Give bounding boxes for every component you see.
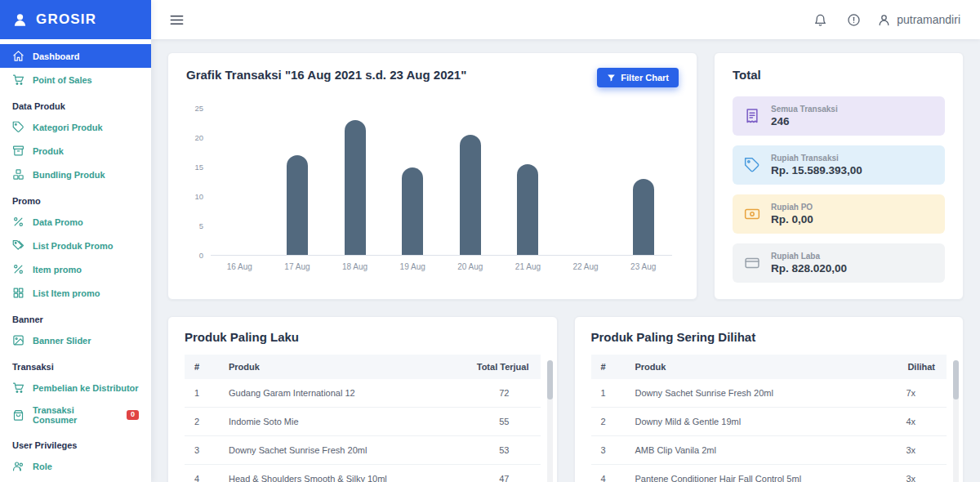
filter-icon	[607, 74, 616, 83]
scrollbar[interactable]	[953, 360, 959, 482]
sidebar-section-promo: Promo	[0, 186, 151, 210]
sidebar-section-data-produk: Data Produk	[0, 91, 151, 115]
bottom-row: Produk Paling Laku #ProdukTotal Terjual1…	[167, 316, 964, 482]
scrollbar[interactable]	[547, 360, 553, 482]
column-header: #	[591, 355, 626, 379]
stat-semua-transaksi: Semua Transaksi246	[733, 96, 945, 136]
chart-bar	[633, 179, 654, 255]
x-axis-label: 19 Aug	[384, 262, 442, 271]
top-products-table: #ProdukTotal Terjual1Gudang Garam Intern…	[185, 355, 541, 482]
table-cell: Downy Sachet Sunrise Fresh 20ml	[626, 379, 879, 408]
sidebar-item-label: List Item promo	[33, 288, 100, 298]
filter-chart-label: Filter Chart	[621, 73, 669, 83]
sidebar-item-hak-akses-menu[interactable]: Hak Akses Menu	[0, 478, 151, 482]
sidebar-section-banner: Banner	[0, 305, 151, 328]
user-menu[interactable]: putramandiri	[877, 13, 960, 27]
chart-bar	[517, 164, 538, 255]
sidebar-item-produk[interactable]: Produk	[0, 139, 151, 163]
table-cell: Pantene Conditioner Hair Fall Control 5m…	[626, 465, 879, 482]
sidebar-item-dashboard[interactable]: Dashboard	[0, 44, 151, 68]
receipt-icon	[744, 108, 760, 124]
sidebar-item-banner-slider[interactable]: Banner Slider	[0, 328, 151, 352]
table-cell: 4	[185, 465, 219, 482]
top-products-card: Produk Paling Laku #ProdukTotal Terjual1…	[167, 316, 558, 482]
most-viewed-table: #ProdukDilihat1Downy Sachet Sunrise Fres…	[591, 355, 947, 482]
table-cell: 1	[185, 379, 219, 408]
chart-bar-group: 20 Aug	[442, 109, 500, 255]
filter-chart-button[interactable]: Filter Chart	[597, 68, 679, 87]
chart-bar	[460, 135, 481, 255]
cart-icon	[12, 382, 24, 394]
menu-toggle-button[interactable]	[166, 9, 188, 31]
stat-value: 246	[771, 115, 838, 127]
sidebar-item-list-item-promo[interactable]: List Item promo	[0, 281, 151, 305]
home-icon	[12, 50, 24, 62]
sidebar-item-data-promo[interactable]: Data Promo	[0, 210, 151, 234]
table-cell: 3	[591, 436, 626, 465]
stat-label: Semua Transaksi	[771, 105, 838, 114]
user-icon	[877, 13, 891, 27]
sidebar-item-label: Point of Sales	[33, 75, 92, 85]
stat-rupiah-transaksi: Rupiah TransaksiRp. 15.589.393,00	[733, 145, 945, 185]
scrollbar-thumb[interactable]	[547, 360, 553, 399]
table-cell: 7x	[878, 379, 947, 408]
table-row: 1Downy Sachet Sunrise Fresh 20ml7x	[591, 379, 947, 408]
user-icon-wrap	[877, 13, 891, 27]
table-cell: 4x	[878, 408, 947, 436]
sidebar-item-label: Transaksi Consumer	[33, 405, 118, 425]
column-header: Produk	[219, 355, 447, 379]
sidebar-section-transaksi: Transaksi	[0, 352, 151, 376]
sidebar-item-bundling-produk[interactable]: Bundling Produk	[0, 163, 151, 186]
x-axis-label: 17 Aug	[269, 262, 327, 271]
tag-icon	[744, 157, 760, 173]
table-cell: 55	[447, 408, 541, 436]
filter-icon-wrap	[607, 74, 616, 83]
chart-y-axis: 0510152025	[186, 109, 211, 256]
x-axis-label: 22 Aug	[557, 262, 615, 271]
sidebar-item-label: Bundling Produk	[33, 170, 105, 180]
table-cell: Downy Sachet Sunrise Fresh 20ml	[219, 436, 447, 465]
chart-bar-group: 21 Aug	[499, 109, 557, 255]
table-row: 1Gudang Garam International 1272	[185, 379, 541, 408]
table-row: 3AMB Clip Vanila 2ml3x	[591, 436, 947, 465]
cart-icon	[12, 74, 24, 86]
x-axis-label: 20 Aug	[442, 262, 500, 271]
sidebar-item-role[interactable]: Role	[0, 454, 151, 478]
most-viewed-title: Produk Paling Sering Dilihat	[591, 330, 947, 344]
notification-badge: 0	[127, 410, 139, 420]
users-icon	[12, 460, 24, 472]
stat-label: Rupiah Laba	[771, 252, 847, 261]
sidebar-item-label: Banner Slider	[33, 336, 91, 346]
sidebar-item-label: Role	[33, 462, 52, 471]
chart-bar-group: 16 Aug	[211, 109, 269, 255]
sidebar-item-label: Pembelian ke Distributor	[33, 383, 139, 393]
sidebar-item-item-promo[interactable]: Item promo	[0, 257, 151, 281]
stat-rupiah-po: Rupiah PORp. 0,00	[733, 194, 945, 234]
sidebar-item-transaksi-consumer[interactable]: Transaksi Consumer0	[0, 399, 151, 431]
cash-icon	[744, 206, 760, 222]
alerts-button[interactable]	[844, 10, 864, 30]
chart-title: Grafik Transaksi "16 Aug 2021 s.d. 23 Au…	[186, 68, 466, 82]
table-cell: 3x	[878, 465, 947, 482]
sidebar-item-point-of-sales[interactable]: Point of Sales	[0, 68, 151, 91]
brand-user-icon-wrap	[12, 12, 28, 28]
scrollbar-thumb[interactable]	[953, 360, 959, 399]
sidebar-item-list-produk-promo[interactable]: List Produk Promo	[0, 234, 151, 257]
brand[interactable]: GROSIR	[0, 0, 151, 39]
main-column: putramandiri Grafik Transaksi "16 Aug 20…	[151, 0, 980, 482]
sidebar-item-kategori-produk[interactable]: Kategori Produk	[0, 115, 151, 139]
y-axis-tick: 0	[199, 252, 203, 260]
table-cell: 2	[591, 408, 626, 436]
chart-bar	[287, 155, 308, 255]
table-cell: Downy Mild & Gentle 19ml	[626, 408, 879, 436]
table-row: 2Downy Mild & Gentle 19ml4x	[591, 408, 947, 436]
sidebar-section-user-privileges: User Privileges	[0, 431, 151, 454]
chart-card-header: Grafik Transaksi "16 Aug 2021 s.d. 23 Au…	[186, 68, 679, 87]
topbar-right: putramandiri	[810, 10, 960, 30]
tag-icon	[12, 121, 24, 133]
sidebar-item-pembelian-ke-distributor[interactable]: Pembelian ke Distributor	[0, 376, 151, 399]
x-axis-label: 16 Aug	[211, 262, 269, 271]
grid-icon	[12, 287, 24, 299]
table-cell: 2	[185, 408, 219, 436]
notifications-button[interactable]	[810, 10, 831, 30]
